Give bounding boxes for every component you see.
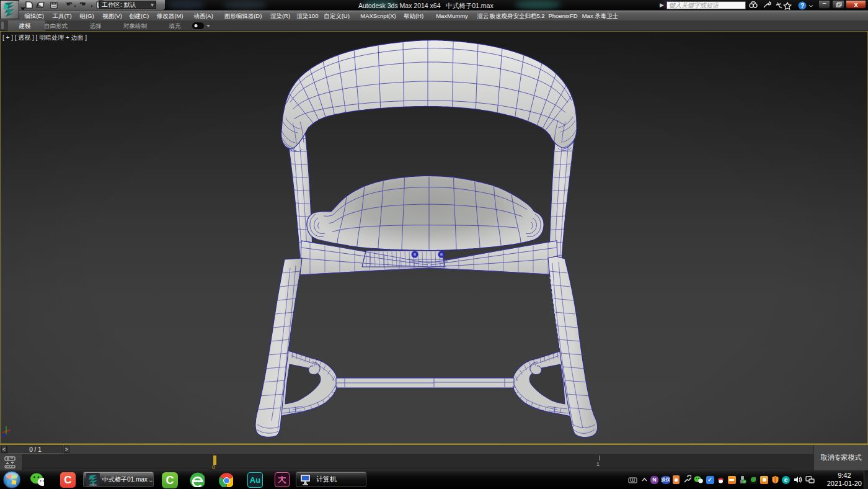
- svg-text:?: ?: [800, 2, 804, 9]
- svg-text:max: max: [89, 483, 96, 487]
- svg-text:[ + ] [ 透视 ] [ 明暗处理 + 边面 ]: [ + ] [ 透视 ] [ 明暗处理 + 边面 ]: [2, 34, 87, 41]
